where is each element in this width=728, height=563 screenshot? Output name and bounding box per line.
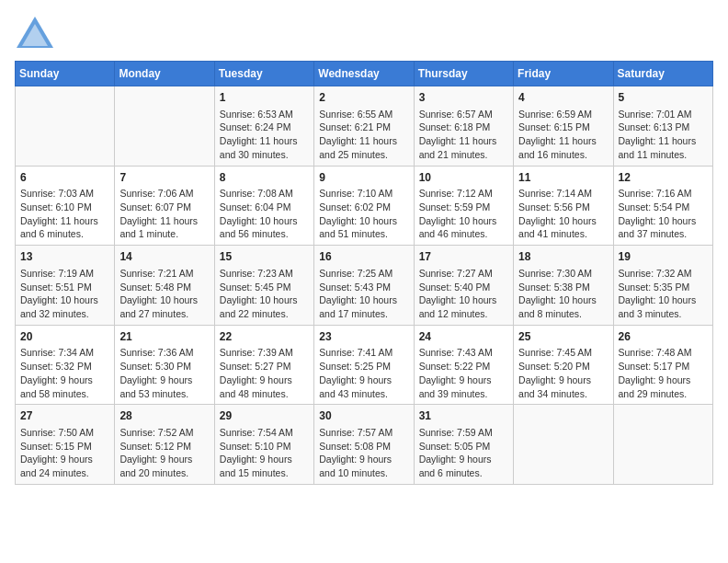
day-info: Sunrise: 7:21 AMSunset: 5:48 PMDaylight:…: [119, 267, 209, 321]
day-info: Sunrise: 7:54 AMSunset: 5:10 PMDaylight:…: [220, 426, 309, 480]
day-info: Sunrise: 7:25 AMSunset: 5:43 PMDaylight:…: [319, 267, 408, 321]
calendar-day-cell: 18Sunrise: 7:30 AMSunset: 5:38 PMDayligh…: [514, 246, 613, 326]
calendar-day-cell: 17Sunrise: 7:27 AMSunset: 5:40 PMDayligh…: [414, 246, 513, 326]
calendar-day-cell: 10Sunrise: 7:12 AMSunset: 5:59 PMDayligh…: [414, 166, 513, 246]
weekday-row: SundayMondayTuesdayWednesdayThursdayFrid…: [16, 62, 713, 86]
day-info: Sunrise: 7:16 AMSunset: 5:54 PMDaylight:…: [619, 187, 708, 241]
calendar-day-cell: 24Sunrise: 7:43 AMSunset: 5:22 PMDayligh…: [414, 325, 513, 405]
calendar-day-cell: [16, 86, 115, 167]
day-number: 24: [419, 329, 508, 345]
day-info: Sunrise: 7:10 AMSunset: 6:02 PMDaylight:…: [319, 187, 408, 241]
day-number: 18: [518, 249, 608, 265]
calendar-day-cell: 27Sunrise: 7:50 AMSunset: 5:15 PMDayligh…: [16, 405, 115, 485]
day-info: Sunrise: 6:53 AMSunset: 6:24 PMDaylight:…: [220, 108, 309, 162]
calendar-day-cell: 21Sunrise: 7:36 AMSunset: 5:30 PMDayligh…: [115, 325, 214, 405]
day-info: Sunrise: 7:30 AMSunset: 5:38 PMDaylight:…: [518, 267, 608, 321]
day-number: 19: [619, 249, 708, 265]
calendar-table: SundayMondayTuesdayWednesdayThursdayFrid…: [15, 61, 713, 485]
day-number: 23: [319, 329, 408, 345]
calendar-day-cell: 13Sunrise: 7:19 AMSunset: 5:51 PMDayligh…: [16, 246, 115, 326]
day-number: 16: [319, 249, 408, 265]
day-info: Sunrise: 7:23 AMSunset: 5:45 PMDaylight:…: [220, 267, 309, 321]
day-info: Sunrise: 7:06 AMSunset: 6:07 PMDaylight:…: [119, 187, 209, 241]
day-number: 8: [220, 170, 309, 186]
calendar-day-cell: 28Sunrise: 7:52 AMSunset: 5:12 PMDayligh…: [115, 405, 214, 485]
weekday-header: Thursday: [414, 62, 513, 86]
calendar-day-cell: [514, 405, 613, 485]
calendar-day-cell: 7Sunrise: 7:06 AMSunset: 6:07 PMDaylight…: [115, 166, 214, 246]
weekday-header: Tuesday: [214, 62, 313, 86]
day-info: Sunrise: 7:01 AMSunset: 6:13 PMDaylight:…: [619, 108, 708, 162]
day-info: Sunrise: 7:27 AMSunset: 5:40 PMDaylight:…: [419, 267, 508, 321]
day-info: Sunrise: 7:39 AMSunset: 5:27 PMDaylight:…: [220, 346, 309, 400]
calendar-week-row: 6Sunrise: 7:03 AMSunset: 6:10 PMDaylight…: [16, 166, 713, 246]
day-info: Sunrise: 7:34 AMSunset: 5:32 PMDaylight:…: [20, 346, 109, 400]
day-number: 31: [419, 408, 508, 424]
day-info: Sunrise: 7:32 AMSunset: 5:35 PMDaylight:…: [619, 267, 708, 321]
day-info: Sunrise: 7:59 AMSunset: 5:05 PMDaylight:…: [419, 426, 508, 480]
day-info: Sunrise: 7:48 AMSunset: 5:17 PMDaylight:…: [619, 346, 708, 400]
calendar-day-cell: 14Sunrise: 7:21 AMSunset: 5:48 PMDayligh…: [115, 246, 214, 326]
calendar-day-cell: 25Sunrise: 7:45 AMSunset: 5:20 PMDayligh…: [514, 325, 613, 405]
day-number: 28: [119, 408, 209, 424]
calendar-day-cell: 5Sunrise: 7:01 AMSunset: 6:13 PMDaylight…: [613, 86, 712, 167]
calendar-day-cell: 30Sunrise: 7:57 AMSunset: 5:08 PMDayligh…: [314, 405, 414, 485]
calendar-day-cell: 19Sunrise: 7:32 AMSunset: 5:35 PMDayligh…: [613, 246, 712, 326]
day-info: Sunrise: 7:41 AMSunset: 5:25 PMDaylight:…: [319, 346, 408, 400]
day-number: 7: [119, 170, 209, 186]
calendar-day-cell: 4Sunrise: 6:59 AMSunset: 6:15 PMDaylight…: [514, 86, 613, 167]
day-number: 17: [419, 249, 508, 265]
calendar-day-cell: 3Sunrise: 6:57 AMSunset: 6:18 PMDaylight…: [414, 86, 513, 167]
calendar-day-cell: [613, 405, 712, 485]
day-number: 11: [518, 170, 608, 186]
day-number: 29: [220, 408, 309, 424]
day-number: 1: [220, 90, 309, 106]
calendar-day-cell: [115, 86, 214, 167]
day-info: Sunrise: 7:45 AMSunset: 5:20 PMDaylight:…: [518, 346, 608, 400]
calendar-day-cell: 12Sunrise: 7:16 AMSunset: 5:54 PMDayligh…: [613, 166, 712, 246]
day-info: Sunrise: 7:03 AMSunset: 6:10 PMDaylight:…: [20, 187, 109, 241]
calendar-week-row: 1Sunrise: 6:53 AMSunset: 6:24 PMDaylight…: [16, 86, 713, 167]
day-number: 3: [419, 90, 508, 106]
logo: [15, 15, 59, 50]
calendar-day-cell: 29Sunrise: 7:54 AMSunset: 5:10 PMDayligh…: [214, 405, 313, 485]
day-number: 5: [619, 90, 708, 106]
day-number: 14: [119, 249, 209, 265]
calendar-week-row: 20Sunrise: 7:34 AMSunset: 5:32 PMDayligh…: [16, 325, 713, 405]
weekday-header: Wednesday: [314, 62, 414, 86]
calendar-day-cell: 11Sunrise: 7:14 AMSunset: 5:56 PMDayligh…: [514, 166, 613, 246]
day-number: 10: [419, 170, 508, 186]
day-number: 12: [619, 170, 708, 186]
calendar-day-cell: 22Sunrise: 7:39 AMSunset: 5:27 PMDayligh…: [214, 325, 313, 405]
weekday-header: Sunday: [16, 62, 115, 86]
calendar-header: SundayMondayTuesdayWednesdayThursdayFrid…: [16, 62, 713, 86]
weekday-header: Friday: [514, 62, 613, 86]
day-number: 6: [20, 170, 109, 186]
day-info: Sunrise: 6:59 AMSunset: 6:15 PMDaylight:…: [518, 108, 608, 162]
day-info: Sunrise: 7:52 AMSunset: 5:12 PMDaylight:…: [119, 426, 209, 480]
day-number: 15: [220, 249, 309, 265]
weekday-header: Monday: [115, 62, 214, 86]
day-number: 25: [518, 329, 608, 345]
day-number: 20: [20, 329, 109, 345]
calendar-day-cell: 26Sunrise: 7:48 AMSunset: 5:17 PMDayligh…: [613, 325, 712, 405]
day-number: 4: [518, 90, 608, 106]
calendar-day-cell: 16Sunrise: 7:25 AMSunset: 5:43 PMDayligh…: [314, 246, 414, 326]
calendar-day-cell: 1Sunrise: 6:53 AMSunset: 6:24 PMDaylight…: [214, 86, 313, 167]
day-number: 9: [319, 170, 408, 186]
calendar-week-row: 13Sunrise: 7:19 AMSunset: 5:51 PMDayligh…: [16, 246, 713, 326]
day-number: 27: [20, 408, 109, 424]
day-info: Sunrise: 6:57 AMSunset: 6:18 PMDaylight:…: [419, 108, 508, 162]
day-number: 21: [119, 329, 209, 345]
calendar-day-cell: 8Sunrise: 7:08 AMSunset: 6:04 PMDaylight…: [214, 166, 313, 246]
day-info: Sunrise: 6:55 AMSunset: 6:21 PMDaylight:…: [319, 108, 408, 162]
day-number: 26: [619, 329, 708, 345]
calendar-day-cell: 20Sunrise: 7:34 AMSunset: 5:32 PMDayligh…: [16, 325, 115, 405]
day-number: 13: [20, 249, 109, 265]
day-number: 22: [220, 329, 309, 345]
weekday-header: Saturday: [613, 62, 712, 86]
day-number: 30: [319, 408, 408, 424]
day-info: Sunrise: 7:50 AMSunset: 5:15 PMDaylight:…: [20, 426, 109, 480]
day-info: Sunrise: 7:19 AMSunset: 5:51 PMDaylight:…: [20, 267, 109, 321]
day-info: Sunrise: 7:14 AMSunset: 5:56 PMDaylight:…: [518, 187, 608, 241]
